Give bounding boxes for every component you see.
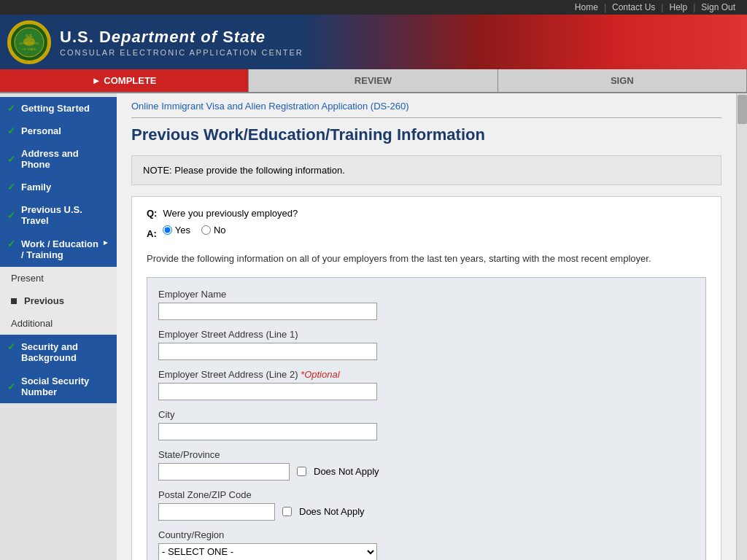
tab-bar: ► COMPLETE REVIEW SIGN: [0, 69, 747, 93]
contact-link[interactable]: Contact Us: [606, 2, 661, 12]
sidebar-item-present[interactable]: Present: [0, 267, 117, 289]
street2-group: Employer Street Address (Line 2) *Option…: [158, 369, 694, 400]
check-icon: ✓: [7, 238, 15, 249]
help-link[interactable]: Help: [663, 2, 693, 12]
employment-radio-group: Yes No: [163, 225, 226, 236]
city-input[interactable]: [158, 423, 377, 440]
state-does-not-apply-label: Does Not Apply: [314, 466, 379, 477]
country-label: Country/Region: [158, 529, 694, 540]
q-label: Q:: [147, 208, 157, 219]
question-text: Were you previously employed?: [163, 208, 298, 219]
check-icon: ✓: [7, 381, 15, 392]
expand-dot-icon: [11, 298, 17, 304]
postal-does-not-apply-checkbox[interactable]: [282, 507, 292, 516]
note-box: NOTE: Please provide the following infor…: [131, 155, 721, 185]
expand-arrow-icon: ►: [102, 238, 109, 246]
employment-question: Q: Were you previously employed? A: Yes …: [147, 208, 706, 243]
sidebar-item-work-education[interactable]: ✓ Work / Education / Training ►: [0, 232, 117, 267]
postal-label: Postal Zone/ZIP Code: [158, 489, 694, 500]
check-icon: ✓: [7, 103, 15, 114]
city-group: City: [158, 409, 694, 440]
state-row: Does Not Apply: [158, 463, 694, 481]
check-icon: ✓: [7, 154, 15, 165]
yes-radio[interactable]: [163, 225, 172, 235]
state-group: State/Province Does Not Apply: [158, 449, 694, 481]
country-select[interactable]: - SELECT ONE -: [158, 543, 377, 561]
employer-name-input[interactable]: [158, 303, 377, 320]
check-icon: ✓: [7, 210, 15, 221]
a-label: A:: [147, 228, 157, 239]
sidebar: ✓ Getting Started ✓ Personal ✓ Address a…: [0, 93, 117, 560]
state-label: State/Province: [158, 449, 694, 460]
breadcrumb: Online Immigrant Visa and Alien Registra…: [131, 101, 721, 118]
info-text: Provide the following information on all…: [147, 252, 706, 266]
street1-input[interactable]: [158, 343, 377, 360]
street2-input[interactable]: [158, 383, 377, 400]
no-radio[interactable]: [201, 225, 211, 235]
signout-link[interactable]: Sign Out: [695, 2, 741, 12]
sidebar-item-social-security[interactable]: ✓ Social Security Number: [0, 370, 117, 403]
no-radio-label[interactable]: No: [201, 225, 226, 236]
employer-name-group: Employer Name: [158, 289, 694, 320]
svg-point-5: [23, 37, 35, 46]
sidebar-item-address-phone[interactable]: ✓ Address and Phone: [0, 142, 117, 176]
svg-text:OF STATE: OF STATE: [23, 47, 36, 51]
tab-arrow-icon: ►: [92, 75, 101, 86]
sidebar-item-previous[interactable]: Previous: [0, 289, 117, 312]
scrollbar[interactable]: [736, 93, 747, 560]
check-icon: ✓: [7, 125, 15, 136]
street1-label: Employer Street Address (Line 1): [158, 329, 694, 340]
street2-label: Employer Street Address (Line 2) *Option…: [158, 369, 694, 380]
main-layout: ✓ Getting Started ✓ Personal ✓ Address a…: [0, 93, 747, 560]
sidebar-item-family[interactable]: ✓ Family: [0, 176, 117, 198]
employer-name-label: Employer Name: [158, 289, 694, 300]
sidebar-item-security-background[interactable]: ✓ Security and Background: [0, 335, 117, 370]
city-label: City: [158, 409, 694, 420]
scrollbar-thumb[interactable]: [738, 95, 747, 124]
postal-row: Does Not Apply: [158, 503, 694, 521]
sidebar-item-previous-us-travel[interactable]: ✓ Previous U.S. Travel: [0, 198, 117, 232]
page-title: Previous Work/Education/Training Informa…: [131, 125, 721, 144]
tab-review[interactable]: REVIEW: [249, 69, 498, 92]
agency-name: U.S. Department of State CONSULAR ELECTR…: [60, 28, 303, 57]
postal-group: Postal Zone/ZIP Code Does Not Apply: [158, 489, 694, 521]
country-group: Country/Region - SELECT ONE -: [158, 529, 694, 561]
check-icon: ✓: [7, 182, 15, 192]
main-content: Online Immigrant Visa and Alien Registra…: [117, 93, 736, 560]
tab-sign[interactable]: SIGN: [498, 69, 747, 92]
agency-subtitle: CONSULAR ELECTRONIC APPLICATION CENTER: [60, 48, 303, 57]
street1-group: Employer Street Address (Line 1): [158, 329, 694, 360]
employer-form-box: Employer Name Employer Street Address (L…: [147, 277, 706, 561]
tab-complete[interactable]: ► COMPLETE: [0, 69, 249, 92]
check-icon: ✓: [7, 341, 15, 352]
form-section: Q: Were you previously employed? A: Yes …: [131, 196, 721, 560]
postal-does-not-apply-label: Does Not Apply: [299, 506, 365, 517]
sidebar-item-personal[interactable]: ✓ Personal: [0, 120, 117, 142]
sidebar-item-getting-started[interactable]: ✓ Getting Started: [0, 97, 117, 120]
top-navigation: Home | Contact Us | Help | Sign Out: [0, 0, 747, 15]
site-header: U.S. DEPARTMENT OF STATE U.S. Department…: [0, 15, 747, 69]
state-does-not-apply-checkbox[interactable]: [297, 467, 306, 476]
department-seal: U.S. DEPARTMENT OF STATE: [7, 20, 51, 64]
home-link[interactable]: Home: [569, 2, 604, 12]
yes-radio-label[interactable]: Yes: [163, 225, 190, 236]
sidebar-item-additional[interactable]: Additional: [0, 312, 117, 335]
state-input[interactable]: [158, 463, 290, 481]
postal-input[interactable]: [158, 503, 275, 521]
